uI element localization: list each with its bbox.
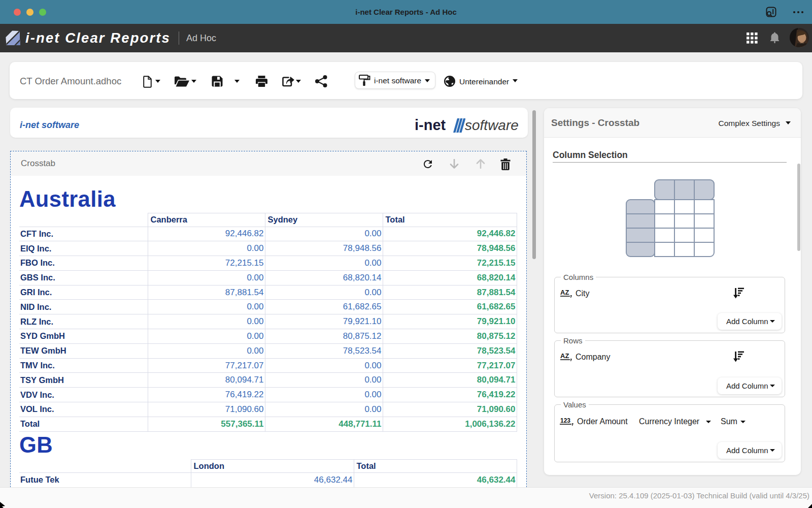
svg-text:AZ: AZ bbox=[560, 352, 569, 360]
svg-text:AZ: AZ bbox=[560, 289, 569, 296]
svg-text:123: 123 bbox=[560, 417, 570, 424]
